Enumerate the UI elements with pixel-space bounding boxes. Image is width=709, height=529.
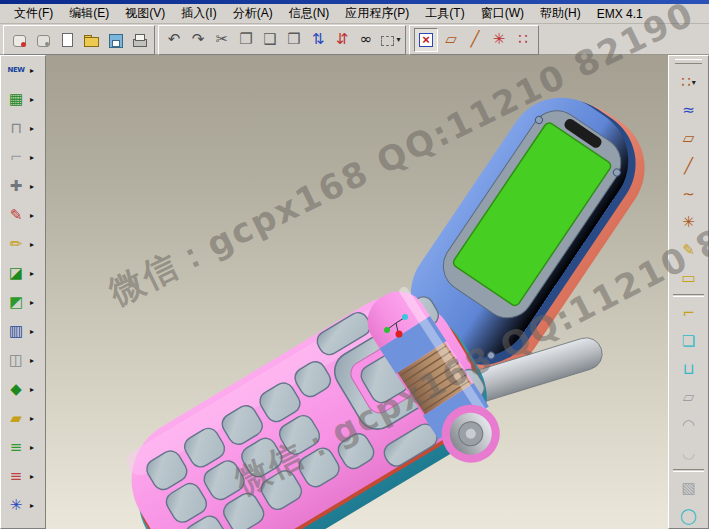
emx-electrode-button[interactable]: ✏ bbox=[5, 234, 27, 256]
emx-loader-arm-flyout-icon[interactable]: ▸ bbox=[30, 385, 34, 394]
cut-button[interactable]: ✂ bbox=[211, 29, 233, 51]
find-button[interactable]: ∞ bbox=[355, 29, 377, 51]
emx-loader-arm-icon: ◆ bbox=[10, 382, 22, 397]
emx-bom-list-button[interactable]: ≡ bbox=[5, 466, 27, 488]
paste-special-button[interactable]: ❒ bbox=[283, 29, 305, 51]
emx-ejector-button[interactable]: ▥ bbox=[5, 321, 27, 343]
menu-application[interactable]: 应用程序(P) bbox=[337, 3, 417, 24]
emx-cooling-flyout-icon[interactable]: ▸ bbox=[30, 501, 34, 510]
trim-sheet-button[interactable]: ▱ bbox=[678, 386, 700, 408]
paste-button[interactable]: ❑ bbox=[259, 29, 281, 51]
emx-new-project-flyout-icon[interactable]: ▸ bbox=[30, 66, 34, 75]
emx-gate-button[interactable]: ▰ bbox=[5, 408, 27, 430]
emx-bolt-flyout-icon[interactable]: ▸ bbox=[30, 182, 34, 191]
pocket-button[interactable]: ⊔ bbox=[678, 358, 700, 380]
undo-button[interactable]: ↶ bbox=[163, 29, 185, 51]
emx-loader-arm-button[interactable]: ◆ bbox=[5, 379, 27, 401]
rectangle-button[interactable]: ▱ bbox=[678, 127, 700, 149]
copy-button[interactable]: ❐ bbox=[235, 29, 257, 51]
menu-view[interactable]: 视图(V) bbox=[117, 3, 173, 24]
emx-ejector-flyout-icon[interactable]: ▸ bbox=[30, 327, 34, 336]
emx-screw-flyout-icon[interactable]: ▸ bbox=[30, 124, 34, 133]
emx-gate-flyout-icon[interactable]: ▸ bbox=[30, 414, 34, 423]
emx-cam-insert-flyout-icon[interactable]: ▸ bbox=[30, 298, 34, 307]
selection-filter-button[interactable]: ▾ bbox=[379, 29, 401, 51]
arc-curve-button[interactable]: ∼ bbox=[678, 183, 700, 205]
copy-icon: ❐ bbox=[239, 32, 252, 47]
snap-intersection-button[interactable]: ✳ bbox=[488, 29, 510, 51]
point-set-button[interactable]: ✳ bbox=[678, 211, 700, 233]
emx-dowel-pin-flyout-icon[interactable]: ▸ bbox=[30, 211, 34, 220]
save-button[interactable] bbox=[104, 29, 126, 51]
revolve-body-button[interactable]: ◯ bbox=[678, 505, 700, 527]
sketch-button[interactable]: ▭ bbox=[678, 267, 700, 289]
snap-toggle-button[interactable] bbox=[414, 28, 438, 52]
update-display-button[interactable]: ⇅ bbox=[307, 29, 329, 51]
menu-window[interactable]: 窗口(W) bbox=[473, 3, 532, 24]
regenerate-button[interactable]: ⇵ bbox=[331, 29, 353, 51]
emx-dowel-pin-button[interactable]: ✎ bbox=[5, 205, 27, 227]
new-file-icon bbox=[59, 32, 75, 48]
extrude-body-row: ▧ bbox=[669, 474, 708, 502]
emx-sleeve-button[interactable]: ◫ bbox=[5, 350, 27, 372]
menu-file[interactable]: 文件(F) bbox=[6, 3, 61, 24]
emx-gate-icon: ▰ bbox=[10, 411, 22, 426]
emx-moldbase-flyout-icon[interactable]: ▸ bbox=[30, 95, 34, 104]
emx-screw-button[interactable]: ⊓ bbox=[5, 118, 27, 140]
emx-lifter-button[interactable]: ⌐ bbox=[5, 147, 27, 169]
menu-analysis[interactable]: 分析(A) bbox=[225, 3, 281, 24]
phone-3d-model[interactable] bbox=[46, 55, 668, 529]
form-feature-toolbar: ∷▾≈▱╱∼✳✎▭⌐❏⊔▱◠◡▧◯◣ bbox=[668, 55, 709, 529]
graphics-canvas[interactable] bbox=[46, 55, 668, 529]
datum-point-button[interactable]: ✎ bbox=[678, 239, 700, 261]
extrude-body-button[interactable]: ▧ bbox=[678, 477, 700, 499]
edge-blend-button[interactable]: ◡ bbox=[678, 442, 700, 464]
find-icon: ∞ bbox=[360, 32, 373, 47]
point-dropdown-icon[interactable]: ▾ bbox=[692, 78, 696, 87]
emx-stack-plates-flyout-icon[interactable]: ▸ bbox=[30, 443, 34, 452]
menu-help[interactable]: 帮助(H) bbox=[532, 3, 589, 24]
face-blend-button[interactable]: ◠ bbox=[678, 414, 700, 436]
print-button[interactable] bbox=[128, 29, 150, 51]
new-part-button[interactable] bbox=[8, 29, 30, 51]
emx-bom-list-flyout-icon[interactable]: ▸ bbox=[30, 472, 34, 481]
open-button[interactable] bbox=[80, 29, 102, 51]
open-part-button[interactable] bbox=[32, 29, 54, 51]
emx-cooling-button[interactable]: ✳ bbox=[5, 495, 27, 517]
point-button[interactable]: ∷▾ bbox=[678, 71, 700, 93]
menu-edit[interactable]: 编辑(E) bbox=[61, 3, 117, 24]
snap-midpoint-button[interactable]: ╱ bbox=[464, 29, 486, 51]
snap-quadrant-button[interactable]: ▱ bbox=[440, 29, 462, 51]
sheet-body-button[interactable]: ❏ bbox=[678, 330, 700, 352]
emx-slide-flyout-icon[interactable]: ▸ bbox=[30, 269, 34, 278]
toolbar-drag-handle[interactable] bbox=[675, 59, 702, 64]
menu-information[interactable]: 信息(N) bbox=[281, 3, 338, 24]
emx-lifter-flyout-icon[interactable]: ▸ bbox=[30, 153, 34, 162]
emx-cam-insert-button[interactable]: ◩ bbox=[5, 292, 27, 314]
bounded-plane-button[interactable]: ⌐ bbox=[678, 302, 700, 324]
emx-new-project-row: NEW▸ bbox=[1, 56, 45, 85]
menu-tools[interactable]: 工具(T) bbox=[417, 3, 472, 24]
emx-electrode-flyout-icon[interactable]: ▸ bbox=[30, 240, 34, 249]
emx-sleeve-icon: ◫ bbox=[9, 353, 23, 368]
studio-spline-button[interactable]: ≈ bbox=[678, 99, 700, 121]
print-icon bbox=[131, 32, 147, 48]
redo-button[interactable]: ↷ bbox=[187, 29, 209, 51]
emx-stack-plates-button[interactable]: ≡ bbox=[5, 437, 27, 459]
trim-sheet-icon: ▱ bbox=[683, 390, 695, 405]
face-blend-row: ◠ bbox=[669, 411, 708, 439]
emx-moldbase-button[interactable]: ▦ bbox=[5, 89, 27, 111]
menu-emx-version[interactable]: EMX 4.1 bbox=[589, 5, 651, 23]
emx-new-project-button[interactable]: NEW bbox=[5, 60, 27, 82]
datum-point-icon: ✎ bbox=[682, 243, 695, 258]
emx-sleeve-flyout-icon[interactable]: ▸ bbox=[30, 356, 34, 365]
emx-bolt-button[interactable]: ✚ bbox=[5, 176, 27, 198]
menu-insert[interactable]: 插入(I) bbox=[173, 3, 224, 24]
line-button[interactable]: ╱ bbox=[678, 155, 700, 177]
new-file-button[interactable] bbox=[56, 29, 78, 51]
selection-filter-dropdown-icon[interactable]: ▾ bbox=[396, 35, 400, 44]
emx-misc-button[interactable]: ◎ bbox=[5, 524, 27, 529]
emx-slide-button[interactable]: ◪ bbox=[5, 263, 27, 285]
cad-application-window: 文件(F)编辑(E)视图(V)插入(I)分析(A)信息(N)应用程序(P)工具(… bbox=[0, 0, 709, 529]
snap-existing-point-button[interactable]: ∷ bbox=[512, 29, 534, 51]
